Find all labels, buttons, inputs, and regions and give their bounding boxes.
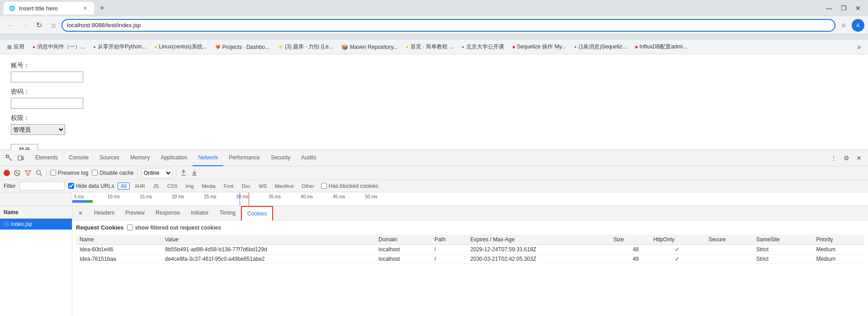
account-input[interactable] xyxy=(11,72,83,82)
clear-button[interactable] xyxy=(14,169,21,177)
bookmark-sequelize[interactable]: ■ Sequelize 操作 My... xyxy=(509,42,570,53)
tab-application[interactable]: Application xyxy=(155,150,193,166)
record-button[interactable] xyxy=(4,170,10,176)
tab-close-btn[interactable]: ✕ xyxy=(81,5,89,12)
detail-tab-response[interactable]: Response xyxy=(150,206,185,220)
maximize-button[interactable]: ❐ xyxy=(837,2,850,14)
bookmark-jiaocheng[interactable]: ● 首页 · 简单教程 ... xyxy=(402,42,457,53)
role-select[interactable]: 管理员 普通用户 xyxy=(11,124,65,135)
inspect-element-tool[interactable] xyxy=(4,153,14,163)
col-size: Size xyxy=(610,235,650,245)
bookmark-pku[interactable]: ● 北京大学公开课 xyxy=(458,42,508,53)
bookmark-projects[interactable]: 🦊 Projects · Dashbo... xyxy=(212,42,274,53)
bookmark-maven[interactable]: 📦 Maven Repository... xyxy=(338,42,401,53)
refresh-button[interactable]: ↻ xyxy=(33,19,45,32)
preserve-log-input[interactable] xyxy=(50,170,56,176)
detail-tab-timing[interactable]: Timing xyxy=(214,206,241,220)
svg-line-5 xyxy=(16,172,19,174)
tab-memory[interactable]: Memory xyxy=(125,150,155,166)
filter-tag-xhr[interactable]: XHR xyxy=(132,182,148,190)
bookmark-sequelize2[interactable]: ● (1条消息)Sequeliz... xyxy=(571,42,631,53)
tab-audits[interactable]: Audits xyxy=(296,150,321,166)
filter-tag-other[interactable]: Other xyxy=(299,182,318,190)
show-filtered-label: show filtered out request cookies xyxy=(135,225,221,231)
filter-tag-ws[interactable]: WS xyxy=(255,182,270,190)
cookies-table: Name Value Domain Path Expires / Max-Age… xyxy=(76,235,864,264)
filter-tag-css[interactable]: CSS xyxy=(164,182,181,190)
devtools-panel: Elements Console Sources Memory Applicat… xyxy=(0,149,868,316)
back-button[interactable]: ← xyxy=(4,19,16,32)
export-button[interactable] xyxy=(191,169,198,177)
filter-type-tags: All XHR JS CSS Img Media Font Doc WS Man… xyxy=(118,182,317,190)
detail-tab-headers[interactable]: Headers xyxy=(89,206,120,220)
timeline-label-30ms: 30 ms xyxy=(217,194,249,199)
bookmark-linux[interactable]: ● Linux(centos)系统... xyxy=(151,42,210,53)
tab-console[interactable]: Console xyxy=(63,150,94,166)
address-bar[interactable]: localhost:8088/test/index.jsp xyxy=(61,19,835,32)
minimize-button[interactable]: — xyxy=(823,2,835,14)
tab-performance[interactable]: Performance xyxy=(223,150,265,166)
has-blocked-cookies-checkbox[interactable]: Has blocked cookies xyxy=(321,183,378,189)
show-filtered-checkbox[interactable]: show filtered out request cookies xyxy=(127,225,221,231)
filter-tag-all[interactable]: All xyxy=(118,182,129,190)
filter-tag-js[interactable]: JS xyxy=(150,182,162,190)
bookmark-message[interactable]: ● 消息中间件（一）... xyxy=(29,42,89,53)
hide-data-urls-input[interactable] xyxy=(68,183,74,189)
device-toolbar-tool[interactable] xyxy=(15,153,26,163)
timeline-label-20ms: 20 ms xyxy=(152,194,184,199)
password-input[interactable] xyxy=(11,98,83,109)
table-row[interactable]: Idea-76151baa de4ce8fa-3c37-461f-95c0-a4… xyxy=(76,254,864,264)
cookies-title: Request Cookies show filtered out reques… xyxy=(76,224,864,231)
home-button[interactable]: ⌂ xyxy=(47,19,60,32)
filter-tag-manifest[interactable]: Manifest xyxy=(272,182,297,190)
filter-tag-doc[interactable]: Doc xyxy=(239,182,254,190)
hide-data-urls-label: Hide data URLs xyxy=(76,183,114,189)
filter-tag-media[interactable]: Media xyxy=(199,182,219,190)
tab-security[interactable]: Security xyxy=(265,150,296,166)
tab-sources[interactable]: Sources xyxy=(94,150,125,166)
table-row[interactable]: Idea-60b1e46 9b55b491-ad98-4d58-b136-77f… xyxy=(76,245,864,254)
bookmark-leetcode[interactable]: ⚡ (3) 题库 · 力扣 (Le... xyxy=(274,42,337,53)
filter-input[interactable] xyxy=(19,182,65,191)
import-button[interactable] xyxy=(180,169,187,177)
bookmark-star-button[interactable]: ☆ xyxy=(837,19,850,32)
detail-tab-cookies[interactable]: Cookies xyxy=(241,206,273,220)
new-tab-button[interactable]: + xyxy=(96,2,108,14)
detail-close-button[interactable]: ✕ xyxy=(76,209,85,218)
projects-icon: 🦊 xyxy=(215,44,221,49)
devtools-more-button[interactable]: ⋮ xyxy=(828,153,839,163)
bookmark-python[interactable]: ● 从零开始学Python... xyxy=(90,42,150,53)
account-avatar[interactable]: A xyxy=(852,19,864,32)
devtools-close-button[interactable]: ✕ xyxy=(854,153,864,163)
sequelize2-icon: ● xyxy=(574,44,577,49)
col-domain: Domain xyxy=(375,235,431,245)
filter-tag-img[interactable]: Img xyxy=(182,182,197,190)
search-button[interactable] xyxy=(35,169,42,177)
show-filtered-input[interactable] xyxy=(127,225,133,230)
preserve-log-checkbox[interactable]: Preserve log xyxy=(50,170,88,176)
hide-data-urls-checkbox[interactable]: Hide data URLs xyxy=(68,183,114,189)
filter-tag-font[interactable]: Font xyxy=(221,182,237,190)
request-item-indexjsp[interactable]: index.jsp xyxy=(0,219,72,230)
password-group: 密码： xyxy=(11,88,857,109)
devtools-settings-button[interactable]: ⚙ xyxy=(841,153,852,163)
close-button[interactable]: ✕ xyxy=(852,2,864,14)
detail-tab-initiator[interactable]: Initiator xyxy=(185,206,214,220)
throttle-select[interactable]: Online Fast 3G Slow 3G Offline xyxy=(142,168,172,178)
bookmark-influx[interactable]: ■ InfluxDB配置admi... xyxy=(632,42,691,53)
has-blocked-input[interactable] xyxy=(321,183,327,189)
tab-network[interactable]: Network xyxy=(193,150,223,166)
filter-button[interactable] xyxy=(24,169,32,177)
cookie-expires-1: 2029-12-24T07:59:33.618Z xyxy=(467,245,609,254)
account-group: 账号： xyxy=(11,62,857,82)
detail-tab-preview[interactable]: Preview xyxy=(120,206,150,220)
browser-tab[interactable]: 🌐 Insert title here ✕ xyxy=(4,2,94,14)
title-bar: 🌐 Insert title here ✕ + — ❐ ✕ xyxy=(0,0,868,16)
tab-elements[interactable]: Elements xyxy=(30,150,63,166)
disable-cache-checkbox[interactable]: Disable cache xyxy=(92,170,133,176)
bookmarks-more-button[interactable]: » xyxy=(854,42,864,53)
forward-button[interactable]: → xyxy=(18,19,31,32)
bookmark-apps[interactable]: ⊞ 应用 xyxy=(4,42,28,53)
cookie-httponly-2: ✓ xyxy=(650,254,705,264)
disable-cache-input[interactable] xyxy=(92,170,98,176)
